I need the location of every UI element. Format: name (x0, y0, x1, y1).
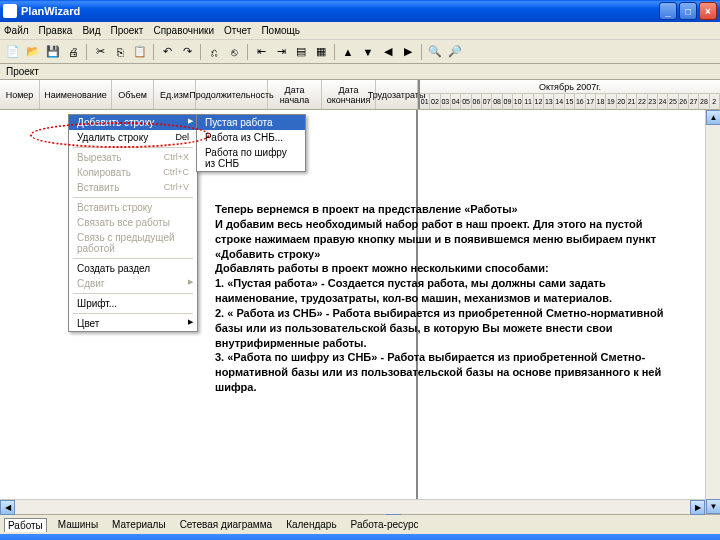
menu-create-section[interactable]: Создать раздел (69, 261, 197, 276)
cut-icon[interactable]: ✂ (91, 43, 109, 61)
gantt-days-row: 0102030405060708091011121314151617181920… (420, 94, 720, 110)
col-number[interactable]: Номер (0, 80, 40, 109)
tab-work-resource[interactable]: Работа-ресурс (348, 518, 422, 531)
instruction-overlay: Теперь вернемся в проект на представлени… (215, 202, 665, 395)
horizontal-scrollbar[interactable]: ◀ ▶ (0, 499, 705, 514)
menu-color[interactable]: Цвет (69, 316, 197, 331)
menu-copy-label: Копировать (77, 167, 131, 178)
gantt-day-header[interactable]: 06 (472, 94, 482, 110)
open-icon[interactable]: 📂 (24, 43, 42, 61)
gantt-day-header[interactable]: 05 (461, 94, 471, 110)
close-button[interactable]: × (699, 2, 717, 20)
menu-report[interactable]: Отчет (224, 25, 251, 36)
gantt-day-header[interactable]: 12 (534, 94, 544, 110)
col-date-start[interactable]: Дата начала (268, 80, 322, 109)
gantt-day-header[interactable]: 02 (430, 94, 440, 110)
new-icon[interactable]: 📄 (4, 43, 22, 61)
menu-view[interactable]: Вид (82, 25, 100, 36)
gantt-day-header[interactable]: 28 (699, 94, 709, 110)
gantt-day-header[interactable]: 03 (441, 94, 451, 110)
col-name[interactable]: Наименование (40, 80, 112, 109)
scroll-right-icon[interactable]: ▶ (690, 500, 705, 515)
save-icon[interactable]: 💾 (44, 43, 62, 61)
maximize-button[interactable]: □ (679, 2, 697, 20)
gantt-day-header[interactable]: 13 (544, 94, 554, 110)
gantt-day-header[interactable]: 22 (637, 94, 647, 110)
menu-delete-row[interactable]: Удалить строкуDel (69, 130, 197, 145)
menu-references[interactable]: Справочники (153, 25, 214, 36)
undo-icon[interactable]: ↶ (158, 43, 176, 61)
print-icon[interactable]: 🖨 (64, 43, 82, 61)
gantt-day-header[interactable]: 26 (679, 94, 689, 110)
menu-help[interactable]: Помощь (261, 25, 300, 36)
menu-link-all[interactable]: Связать все работы (69, 215, 197, 230)
gantt-day-header[interactable]: 23 (648, 94, 658, 110)
statusbar (0, 534, 720, 540)
gantt-day-header[interactable]: 27 (689, 94, 699, 110)
minimize-button[interactable]: _ (659, 2, 677, 20)
gantt-day-header[interactable]: 20 (617, 94, 627, 110)
gantt-day-header[interactable]: 09 (503, 94, 513, 110)
chart-icon[interactable]: ▦ (312, 43, 330, 61)
scroll-down-icon[interactable]: ▼ (706, 499, 720, 514)
up-icon[interactable]: ▲ (339, 43, 357, 61)
left-icon[interactable]: ◀ (379, 43, 397, 61)
gantt-day-header[interactable]: 21 (627, 94, 637, 110)
gantt-day-header[interactable]: 16 (575, 94, 585, 110)
redo-icon[interactable]: ↷ (178, 43, 196, 61)
gantt-day-header[interactable]: 24 (658, 94, 668, 110)
submenu-work-code-snb[interactable]: Работа по шифру из СНБ (197, 145, 305, 171)
titlebar: PlanWizard _ □ × (0, 0, 720, 22)
link-icon[interactable]: ⎌ (205, 43, 223, 61)
col-labor[interactable]: Трудозатраты (376, 80, 418, 109)
gantt-day-header[interactable]: 04 (451, 94, 461, 110)
gantt-day-header[interactable]: 19 (606, 94, 616, 110)
menu-cut[interactable]: ВырезатьCtrl+X (69, 150, 197, 165)
menu-link-prev[interactable]: Связь с предыдущей работой (69, 230, 197, 256)
menu-file[interactable]: Файл (4, 25, 29, 36)
tab-calendar[interactable]: Календарь (283, 518, 339, 531)
submenu-empty-work[interactable]: Пустая работа (197, 115, 305, 130)
down-icon[interactable]: ▼ (359, 43, 377, 61)
scroll-left-icon[interactable]: ◀ (0, 500, 15, 515)
tab-machines[interactable]: Машины (55, 518, 101, 531)
gantt-day-header[interactable]: 2 (710, 94, 720, 110)
copy-icon[interactable]: ⎘ (111, 43, 129, 61)
window-title: PlanWizard (21, 5, 659, 17)
gantt-day-header[interactable]: 17 (586, 94, 596, 110)
gantt-day-header[interactable]: 25 (668, 94, 678, 110)
gantt-day-header[interactable]: 15 (565, 94, 575, 110)
col-duration[interactable]: Продолжительность (196, 80, 268, 109)
zoomout-icon[interactable]: 🔎 (446, 43, 464, 61)
menu-paste[interactable]: ВставитьCtrl+V (69, 180, 197, 195)
right-icon[interactable]: ▶ (399, 43, 417, 61)
gantt-day-header[interactable]: 08 (492, 94, 502, 110)
instruction-bold: 3. «Работа по шифру из СНБ» (215, 351, 377, 363)
menu-font[interactable]: Шрифт... (69, 296, 197, 311)
indent-icon[interactable]: ⇥ (272, 43, 290, 61)
vertical-scrollbar[interactable]: ▲ ▼ (705, 110, 720, 514)
menu-edit[interactable]: Правка (39, 25, 73, 36)
gantt-day-header[interactable]: 11 (523, 94, 533, 110)
menu-project[interactable]: Проект (110, 25, 143, 36)
menu-add-row[interactable]: Добавить строку (69, 115, 197, 130)
tab-network[interactable]: Сетевая диаграмма (177, 518, 276, 531)
gantt-day-header[interactable]: 14 (554, 94, 564, 110)
gantt-day-header[interactable]: 07 (482, 94, 492, 110)
gantt-day-header[interactable]: 01 (420, 94, 430, 110)
outdent-icon[interactable]: ⇤ (252, 43, 270, 61)
gantt-icon[interactable]: ▤ (292, 43, 310, 61)
gantt-day-header[interactable]: 18 (596, 94, 606, 110)
menu-shift[interactable]: Сдвиг (69, 276, 197, 291)
tab-works[interactable]: Работы (4, 518, 47, 532)
scroll-up-icon[interactable]: ▲ (706, 110, 720, 125)
menu-copy[interactable]: КопироватьCtrl+C (69, 165, 197, 180)
submenu-work-snb[interactable]: Работа из СНБ... (197, 130, 305, 145)
menu-insert-row[interactable]: Вставить строку (69, 200, 197, 215)
gantt-day-header[interactable]: 10 (513, 94, 523, 110)
paste-icon[interactable]: 📋 (131, 43, 149, 61)
unlink-icon[interactable]: ⎋ (225, 43, 243, 61)
col-volume[interactable]: Объем (112, 80, 154, 109)
zoomin-icon[interactable]: 🔍 (426, 43, 444, 61)
tab-materials[interactable]: Материалы (109, 518, 169, 531)
